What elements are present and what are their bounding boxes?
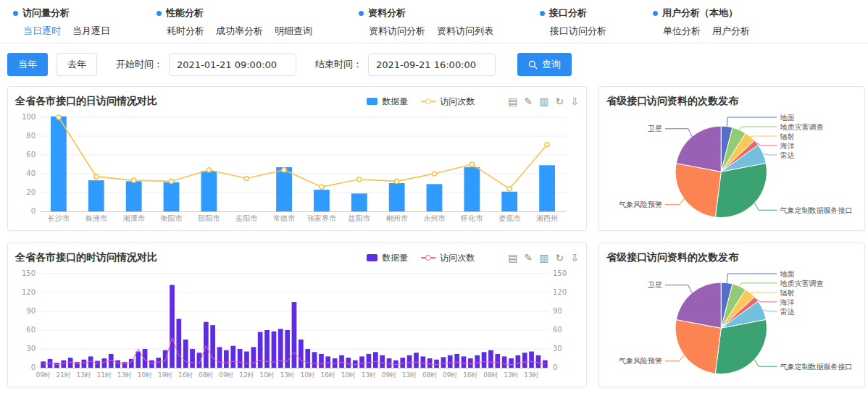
legend-item-visit-count[interactable]: 访问次数 bbox=[421, 96, 475, 108]
svg-text:150: 150 bbox=[22, 269, 36, 277]
last-year-button[interactable]: 去年 bbox=[57, 53, 97, 76]
svg-text:邵阳市: 邵阳市 bbox=[198, 214, 220, 222]
panel-pie-top: 省级接口访问资料的次数发布 地面地质灾害调查辐射海洋雷达气象定制数据服务接口卫星… bbox=[598, 86, 865, 231]
svg-text:0: 0 bbox=[553, 363, 557, 371]
svg-text:湘西州: 湘西州 bbox=[536, 214, 558, 222]
svg-text:10时: 10时 bbox=[300, 371, 314, 379]
svg-text:雷达: 雷达 bbox=[780, 308, 794, 316]
svg-text:10时: 10时 bbox=[341, 371, 356, 379]
svg-text:卫星: 卫星 bbox=[648, 281, 662, 289]
nav-item-data-access-analysis[interactable]: 资料访问分析 bbox=[369, 25, 425, 38]
panel-title-pie-top: 省级接口访问资料的次数发布 bbox=[606, 95, 857, 108]
svg-text:100: 100 bbox=[22, 113, 36, 121]
panel-pie-bottom: 省级接口访问资料的次数发布 地面地质灾害调查辐射海洋雷达气象定制数据服务接口卫星… bbox=[598, 243, 865, 387]
svg-text:雷达: 雷达 bbox=[780, 151, 794, 159]
svg-text:卫星: 卫星 bbox=[648, 125, 662, 132]
legend-item-visit-count[interactable]: 访问次数 bbox=[421, 252, 475, 264]
svg-text:永州市: 永州市 bbox=[424, 214, 446, 222]
download-icon[interactable]: ⇩ bbox=[570, 253, 579, 263]
svg-text:08时: 08时 bbox=[483, 371, 498, 379]
nav-item-time-cost[interactable]: 耗时分析 bbox=[167, 25, 204, 38]
nav-item-detail-query[interactable]: 明细查询 bbox=[275, 25, 312, 38]
nav-group-api-title: 接口分析 bbox=[540, 7, 606, 20]
svg-text:辐射: 辐射 bbox=[780, 289, 794, 297]
svg-text:16时: 16时 bbox=[321, 371, 335, 379]
nav-item-data-access-list[interactable]: 资料访问列表 bbox=[437, 25, 493, 38]
svg-text:19时: 19时 bbox=[158, 371, 172, 379]
svg-text:13时: 13时 bbox=[117, 371, 132, 379]
svg-text:10时: 10时 bbox=[259, 371, 274, 379]
nav-group-performance: 性能分析 耗时分析 成功率分析 明细查询 bbox=[157, 7, 312, 38]
hourly-chart-canvas[interactable]: 0030306060909012012015015009时21时13时11时13… bbox=[15, 266, 577, 381]
nav-item-daily-month[interactable]: 当月逐日 bbox=[72, 25, 110, 38]
this-year-button[interactable]: 当年 bbox=[7, 53, 48, 76]
svg-text:13时: 13时 bbox=[280, 371, 294, 379]
pie-bottom-canvas[interactable]: 地面地质灾害调查辐射海洋雷达气象定制数据服务接口卫星气象风险预警 bbox=[606, 266, 856, 381]
bullet-dot-icon bbox=[157, 11, 162, 16]
nav-item-api-access-analysis[interactable]: 接口访问分析 bbox=[550, 25, 606, 38]
nav-group-label: 访问量分析 bbox=[22, 7, 70, 20]
svg-text:地面: 地面 bbox=[779, 114, 794, 122]
restore-icon[interactable]: ↻ bbox=[556, 96, 564, 106]
bar-chart-icon[interactable]: ▥ bbox=[539, 253, 548, 263]
svg-text:地质灾害调查: 地质灾害调查 bbox=[779, 123, 823, 131]
svg-text:0: 0 bbox=[31, 207, 36, 215]
data-view-icon[interactable]: ▤ bbox=[508, 253, 517, 263]
svg-text:常德市: 常德市 bbox=[273, 214, 296, 222]
nav-item-user-analysis[interactable]: 用户分析 bbox=[712, 25, 750, 38]
svg-text:12时: 12时 bbox=[239, 371, 254, 379]
bullet-dot-icon bbox=[359, 11, 364, 16]
bar-chart-icon[interactable]: ▥ bbox=[539, 96, 548, 106]
legend-label: 数据量 bbox=[382, 252, 408, 264]
svg-text:60: 60 bbox=[553, 326, 562, 334]
svg-text:怀化市: 怀化市 bbox=[460, 214, 483, 222]
svg-text:株洲市: 株洲市 bbox=[85, 214, 108, 222]
data-view-icon[interactable]: ▤ bbox=[508, 96, 517, 106]
svg-text:30: 30 bbox=[26, 345, 36, 353]
legend-item-data-volume[interactable]: 数据量 bbox=[367, 252, 408, 264]
svg-text:13时: 13时 bbox=[524, 371, 538, 379]
svg-text:气象定制数据服务接口: 气象定制数据服务接口 bbox=[780, 363, 852, 371]
nav-group-user-title: 用户分析（本地） bbox=[653, 7, 750, 20]
nav-group-traffic: 访问量分析 当日逐时 当月逐日 bbox=[13, 7, 110, 38]
svg-text:09时: 09时 bbox=[36, 371, 50, 379]
nav-group-traffic-title: 访问量分析 bbox=[13, 7, 110, 20]
nav-group-label: 性能分析 bbox=[166, 7, 204, 20]
svg-text:湘潭市: 湘潭市 bbox=[123, 214, 146, 222]
legend-item-data-volume[interactable]: 数据量 bbox=[367, 96, 408, 108]
hourly-chart-legend: 数据量 访问次数 bbox=[367, 252, 475, 264]
nav-group-label: 接口分析 bbox=[549, 7, 587, 20]
svg-text:120: 120 bbox=[22, 288, 36, 296]
nav-item-hourly-today[interactable]: 当日逐时 bbox=[23, 25, 61, 38]
svg-text:郴州市: 郴州市 bbox=[386, 214, 409, 222]
chart-toolbox: ▤ ✎ ▥ ↻ ⇩ bbox=[508, 253, 579, 263]
svg-text:09时: 09时 bbox=[382, 371, 396, 379]
svg-text:岳阳市: 岳阳市 bbox=[235, 214, 258, 222]
svg-text:地质灾害调查: 地质灾害调查 bbox=[779, 279, 823, 287]
search-button[interactable]: 查询 bbox=[517, 53, 572, 76]
main-content: 全省各市接口的日访问情况对比 数据量 访问次数 ▤ ✎ ▥ ↻ bbox=[0, 85, 868, 387]
top-nav: 访问量分析 当日逐时 当月逐日 性能分析 耗时分析 成功率分析 明细查询 资料分… bbox=[0, 0, 868, 43]
line-chart-icon[interactable]: ✎ bbox=[525, 253, 533, 263]
svg-text:气象定制数据服务接口: 气象定制数据服务接口 bbox=[780, 206, 852, 214]
nav-group-performance-title: 性能分析 bbox=[157, 7, 312, 20]
nav-group-label: 用户分析（本地） bbox=[662, 7, 738, 20]
svg-text:海洋: 海洋 bbox=[780, 142, 794, 150]
start-time-input[interactable] bbox=[169, 54, 296, 76]
daily-chart-canvas[interactable]: 020406080100长沙市株洲市湘潭市衡阳市邵阳市岳阳市常德市张家界市益阳市… bbox=[15, 110, 577, 224]
nav-item-unit-analysis[interactable]: 单位分析 bbox=[663, 25, 701, 38]
nav-item-success-rate[interactable]: 成功率分析 bbox=[216, 25, 263, 38]
panel-title-pie-bottom: 省级接口访问资料的次数发布 bbox=[606, 251, 857, 264]
legend-label: 数据量 bbox=[382, 96, 408, 108]
svg-text:120: 120 bbox=[553, 288, 567, 296]
line-chart-icon[interactable]: ✎ bbox=[525, 96, 533, 106]
svg-text:娄底市: 娄底市 bbox=[498, 214, 521, 222]
panel-daily-comparison: 全省各市接口的日访问情况对比 数据量 访问次数 ▤ ✎ ▥ ↻ bbox=[7, 86, 587, 231]
end-time-input[interactable] bbox=[368, 54, 496, 76]
legend-label: 访问次数 bbox=[440, 252, 475, 264]
download-icon[interactable]: ⇩ bbox=[570, 96, 579, 106]
pie-top-canvas[interactable]: 地面地质灾害调查辐射海洋雷达气象定制数据服务接口卫星气象风险预警 bbox=[606, 110, 856, 224]
svg-text:08时: 08时 bbox=[422, 371, 437, 379]
restore-icon[interactable]: ↻ bbox=[556, 253, 564, 263]
svg-text:60: 60 bbox=[26, 326, 36, 334]
